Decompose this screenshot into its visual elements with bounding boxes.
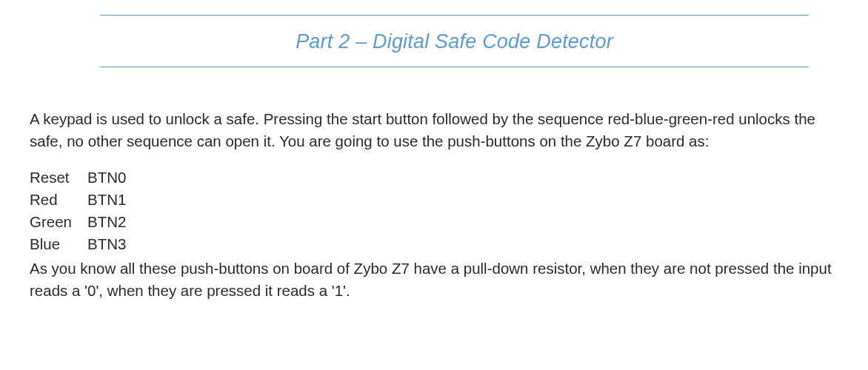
mapping-value: BTN3 <box>80 233 126 255</box>
intro-paragraph: A keypad is used to unlock a safe. Press… <box>30 108 838 152</box>
mapping-label: Reset <box>30 166 80 189</box>
table-row: Blue BTN3 <box>30 233 126 255</box>
mapping-label: Green <box>30 211 80 233</box>
mapping-value: BTN2 <box>80 211 126 233</box>
mapping-label: Red <box>30 189 80 211</box>
table-row: Red BTN1 <box>30 189 126 211</box>
mapping-label: Blue <box>30 233 80 255</box>
section-title: Part 2 – Digital Safe Code Detector <box>100 16 809 67</box>
table-row: Reset BTN0 <box>30 166 126 189</box>
mapping-value: BTN0 <box>80 166 126 189</box>
mapping-value: BTN1 <box>80 189 126 211</box>
button-mapping-table: Reset BTN0 Red BTN1 Green BTN2 Blue BTN3 <box>30 166 126 255</box>
bottom-rule <box>100 67 809 67</box>
header-section: Part 2 – Digital Safe Code Detector <box>100 15 809 67</box>
content-section: A keypad is used to unlock a safe. Press… <box>30 108 838 302</box>
followup-paragraph: As you know all these push-buttons on bo… <box>30 258 838 301</box>
table-row: Green BTN2 <box>30 211 126 233</box>
